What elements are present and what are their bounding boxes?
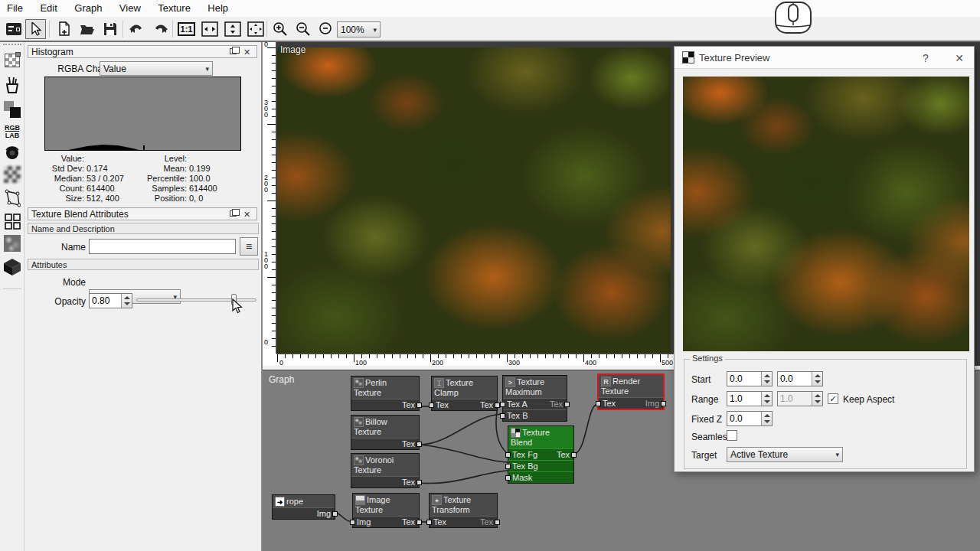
- start-y-spinbox[interactable]: [777, 371, 823, 386]
- start-y-value[interactable]: [778, 372, 812, 386]
- image-canvas[interactable]: [277, 47, 671, 354]
- section-name-description[interactable]: Name and Description: [28, 223, 259, 234]
- input-port[interactable]: [505, 464, 511, 469]
- output-port[interactable]: [495, 403, 500, 408]
- histogram-stat-row: Median:53 / 0.207: [29, 174, 124, 184]
- fixed-z-spinbox[interactable]: [727, 411, 773, 426]
- input-port[interactable]: [429, 403, 434, 408]
- name-input[interactable]: [89, 239, 236, 254]
- float-panel-icon[interactable]: [230, 48, 237, 54]
- input-port[interactable]: [426, 520, 432, 525]
- menu-graph[interactable]: Graph: [67, 0, 109, 16]
- menu-edit[interactable]: Edit: [33, 0, 64, 16]
- undo-button[interactable]: [126, 19, 147, 39]
- output-port[interactable]: [495, 520, 500, 525]
- menu-view[interactable]: View: [113, 0, 148, 16]
- node-render-texture[interactable]: RRender Texture TexImg: [597, 373, 665, 410]
- redo-button[interactable]: [149, 19, 170, 39]
- help-button[interactable]: ?: [917, 50, 934, 67]
- input-port[interactable]: [500, 402, 505, 407]
- close-icon[interactable]: ✕: [242, 210, 252, 220]
- left-toolbox: RGBLAB: [0, 42, 24, 551]
- opacity-spinbox[interactable]: [89, 293, 132, 308]
- menu-help[interactable]: Help: [201, 0, 235, 16]
- fixed-z-value[interactable]: [727, 412, 761, 425]
- open-file-button[interactable]: [77, 19, 97, 39]
- output-port[interactable]: [564, 402, 570, 407]
- opacity-value[interactable]: [90, 294, 121, 308]
- fit-width-button[interactable]: [199, 19, 220, 39]
- fixed-z-label: Fixed Z: [691, 414, 722, 425]
- zoom-in-button[interactable]: [270, 19, 290, 39]
- input-port[interactable]: [505, 452, 511, 458]
- zoom-out-button[interactable]: [292, 19, 313, 39]
- paint-tool-button[interactable]: [3, 76, 21, 94]
- node-texture-maximum[interactable]: >Texture Maximum Tex ATex Tex B: [502, 375, 567, 422]
- blur-tool-button[interactable]: [3, 165, 21, 184]
- node-image-texture[interactable]: Image Texture ImgTex: [352, 493, 420, 528]
- colorspace-tool-button[interactable]: RGBLAB: [3, 122, 21, 141]
- close-icon[interactable]: ✕: [242, 47, 252, 57]
- menu-file[interactable]: File: [0, 0, 30, 16]
- warp-tool-button[interactable]: [3, 189, 21, 207]
- new-file-button[interactable]: [54, 19, 74, 39]
- output-port[interactable]: [416, 442, 422, 447]
- input-port[interactable]: [505, 475, 511, 481]
- output-port[interactable]: [416, 480, 422, 485]
- fit-all-button[interactable]: [245, 19, 266, 39]
- save-button[interactable]: [100, 19, 120, 39]
- target-combo[interactable]: Active Texture ▾: [727, 447, 843, 462]
- node-rope[interactable]: ➜rope Img: [272, 494, 335, 520]
- preview-canvas[interactable]: [683, 77, 969, 351]
- new-file-icon: [57, 21, 71, 37]
- float-panel-icon[interactable]: [230, 210, 237, 217]
- color-adjust-tool-button[interactable]: [3, 143, 21, 161]
- node-texture-clamp[interactable]: ⌶Texture Clamp TexTex: [431, 376, 498, 411]
- texture-swatch-tool-button[interactable]: [3, 51, 21, 70]
- output-port[interactable]: [416, 403, 422, 408]
- port-label: Tex: [433, 517, 446, 527]
- node-voronoi-texture[interactable]: Voronoi Texture Tex: [351, 453, 420, 488]
- menu-texture[interactable]: Texture: [151, 0, 198, 16]
- name-label: Name: [40, 242, 86, 253]
- node-texture-transform[interactable]: ⌖Texture Transform TexTex: [429, 493, 498, 528]
- preview-window-titlebar[interactable]: Texture Preview ? ✕: [675, 47, 974, 69]
- close-icon[interactable]: ✕: [951, 50, 968, 67]
- fit-height-button[interactable]: [222, 19, 243, 39]
- keep-aspect-checkbox[interactable]: ✓: [828, 393, 838, 404]
- noise-tool-button[interactable]: [3, 234, 21, 253]
- histogram-panel-titlebar[interactable]: Histogram ✕: [28, 45, 257, 58]
- node-billow-texture[interactable]: Billow Texture Tex: [351, 415, 420, 450]
- range-x-value[interactable]: [727, 392, 761, 406]
- zoom-fit-button[interactable]: [315, 19, 336, 39]
- histogram-stat-row: Size:512, 400: [29, 194, 119, 204]
- tile-tool-button[interactable]: [3, 212, 21, 230]
- input-port[interactable]: [596, 401, 601, 406]
- actual-size-button[interactable]: 1:1: [176, 19, 197, 39]
- start-x-spinbox[interactable]: [727, 371, 773, 386]
- output-port[interactable]: [332, 511, 338, 517]
- range-x-spinbox[interactable]: [727, 391, 773, 406]
- cube-tool-button[interactable]: [3, 258, 21, 276]
- node-editor-tool-button[interactable]: [3, 19, 24, 39]
- start-x-value[interactable]: [727, 372, 761, 386]
- input-port[interactable]: [350, 520, 355, 525]
- select-tool-button[interactable]: [25, 19, 46, 39]
- section-attributes[interactable]: Attributes: [28, 259, 259, 270]
- output-port[interactable]: [571, 452, 577, 458]
- node-texture-blend[interactable]: Texture Blend Tex FgTex Tex Bg Mask: [508, 425, 574, 484]
- attributes-panel-titlebar[interactable]: Texture Blend Attributes ✕: [28, 207, 257, 220]
- seamless-checkbox[interactable]: [727, 430, 737, 441]
- zoom-level-combo[interactable]: 100% ▾: [337, 21, 381, 37]
- texture-preview-window: Texture Preview ? ✕ Settings Start Range…: [674, 46, 975, 472]
- input-port[interactable]: [500, 413, 505, 419]
- name-options-button[interactable]: ≡: [240, 237, 258, 256]
- output-port[interactable]: [661, 401, 666, 406]
- rgba-channel-combo[interactable]: Value ▾: [100, 61, 213, 76]
- node-perlin-texture[interactable]: Perlin Texture Tex: [351, 376, 420, 411]
- spin-buttons[interactable]: [121, 294, 132, 308]
- chevron-down-icon: ▾: [205, 65, 209, 73]
- output-port[interactable]: [416, 520, 422, 525]
- levels-tool-button[interactable]: [3, 100, 21, 119]
- toolbox-grip[interactable]: [3, 44, 21, 47]
